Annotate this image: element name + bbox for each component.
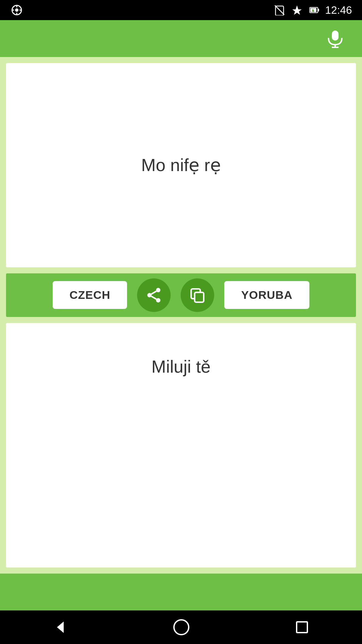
back-icon: [52, 619, 69, 636]
svg-marker-23: [57, 622, 64, 633]
svg-point-24: [174, 620, 189, 635]
svg-point-1: [15, 8, 18, 12]
share-button[interactable]: [137, 278, 171, 312]
target-language-button[interactable]: YORUBA: [224, 281, 309, 309]
mic-button[interactable]: [322, 25, 349, 52]
airplane-icon: [290, 3, 304, 17]
svg-rect-25: [297, 622, 307, 633]
back-button[interactable]: [49, 615, 72, 639]
svg-rect-9: [318, 9, 319, 11]
status-bar: 12:46: [0, 0, 362, 20]
svg-rect-14: [332, 31, 339, 41]
svg-line-21: [152, 291, 157, 294]
bottom-green-bar: [0, 574, 362, 610]
language-bar: CZECH YORUBA: [6, 273, 356, 317]
share-icon: [145, 286, 163, 304]
svg-rect-22: [195, 292, 204, 302]
source-language-button[interactable]: CZECH: [53, 281, 127, 309]
status-time: 12:46: [325, 4, 352, 16]
recents-button[interactable]: [291, 616, 313, 639]
home-icon: [173, 619, 190, 636]
sim-off-icon: [273, 3, 286, 17]
status-bar-right: 12:46: [273, 3, 352, 17]
translation-text: Miluji tě: [138, 343, 224, 390]
source-text: Mo nifẹ rẹ: [128, 142, 234, 189]
signal-icon: [10, 3, 23, 17]
app-header: [0, 20, 362, 57]
main-content: Mo nifẹ rẹ CZECH YORUBA Miluji tě: [0, 57, 362, 574]
svg-line-20: [152, 296, 157, 299]
source-panel[interactable]: Mo nifẹ rẹ: [6, 63, 356, 267]
recents-icon: [294, 619, 310, 635]
mic-icon: [325, 29, 345, 49]
svg-point-17: [156, 288, 161, 292]
svg-line-7: [275, 5, 284, 15]
translation-panel[interactable]: Miluji tě: [6, 323, 356, 568]
svg-point-18: [147, 293, 152, 297]
status-bar-left: [10, 3, 23, 17]
home-button[interactable]: [169, 615, 193, 639]
copy-button[interactable]: [181, 278, 214, 312]
copy-icon: [189, 287, 206, 304]
battery-icon: [308, 3, 321, 17]
nav-bar: [0, 610, 362, 644]
svg-point-19: [156, 298, 161, 302]
